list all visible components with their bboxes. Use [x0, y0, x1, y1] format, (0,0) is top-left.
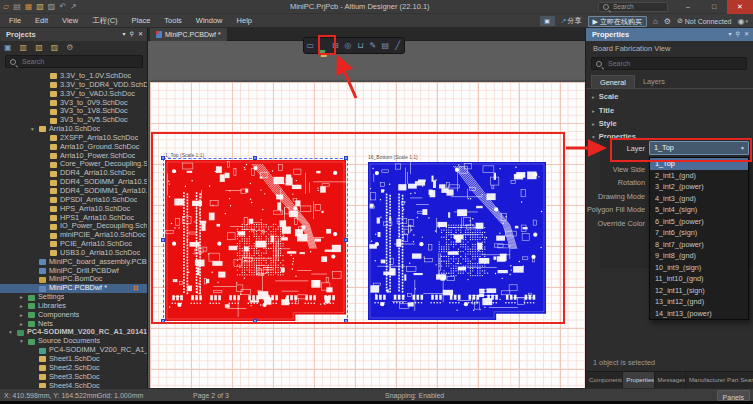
tree-item[interactable]: ▸Components [0, 311, 148, 320]
tree-item[interactable]: ▾PC4-SODIMM_V200_RC_A1_20141015 [0, 328, 148, 337]
menu-item-2[interactable]: View [55, 14, 85, 28]
tree-item[interactable]: HPS1_Arria10.SchDoc [0, 214, 148, 223]
caret-icon[interactable]: ▸ [20, 293, 28, 302]
properties-search-input[interactable] [606, 59, 726, 68]
layer-option[interactable]: 11_int10_(gnd) [650, 273, 748, 285]
layer-option[interactable]: 1_Top [650, 158, 748, 170]
layer-option[interactable]: 3_int2_(power) [650, 181, 748, 193]
selection-handle[interactable] [161, 319, 165, 323]
layer-option[interactable]: 10_int9_(sign) [650, 262, 748, 274]
caret-icon[interactable]: ▾ [9, 328, 17, 337]
drill-map-icon[interactable]: ◎ [342, 38, 353, 53]
selection-handle[interactable] [344, 319, 348, 323]
tree-item[interactable]: Core_Power_Decoupling.SchDoc [0, 160, 148, 169]
snapshot-button[interactable]: ▣ [540, 16, 555, 26]
tree-item[interactable]: ▸Nets [0, 320, 148, 329]
selection-handle[interactable] [344, 156, 348, 160]
tab-layers[interactable]: Layers [635, 75, 673, 88]
tree-item[interactable]: HPS_Arria10.SchDoc [0, 205, 148, 214]
panels-button[interactable]: Panels [717, 390, 750, 401]
section-style[interactable]: ▸Style [592, 117, 617, 130]
open-folder-icon[interactable]: ▧ [35, 41, 43, 54]
save-icon[interactable]: ▦ [25, 0, 33, 14]
layer-option[interactable]: 9_int8_(gnd) [650, 250, 748, 262]
copy-icon[interactable]: ▨ [48, 0, 56, 14]
restore-button[interactable]: □ [701, 0, 727, 14]
pin-icon[interactable]: ⚲ [130, 28, 134, 41]
layer-stack-legend-icon[interactable]: ▤ [380, 38, 391, 53]
caret-icon[interactable]: ▾ [31, 125, 39, 134]
buy-online-button[interactable]: ▶立即在线购买 [588, 16, 647, 27]
line-icon[interactable]: ╱ [392, 38, 403, 53]
selection-handle[interactable] [253, 319, 257, 323]
tree-item[interactable]: DDR4_SODIMM1_Arria10.SchDoc [0, 187, 148, 196]
minimize-button[interactable]: – [675, 0, 701, 14]
menu-item-0[interactable]: File [2, 14, 28, 28]
panel-tab-components[interactable]: Components [586, 372, 623, 388]
gear-icon[interactable]: ⚙ [664, 17, 671, 26]
layer-dropdown-field[interactable]: 1_Top ▼ [649, 141, 749, 155]
panel-tab-manufacturer-part-search[interactable]: Manufacturer Part Search [686, 372, 753, 388]
projects-search-input[interactable] [20, 57, 120, 66]
menu-item-1[interactable]: Edit [28, 14, 55, 28]
tree-item[interactable]: MiniPC_board_assembly.PCBDwf [0, 258, 148, 267]
tree-item[interactable]: miniPCIE_Arria10.SchDoc [0, 231, 148, 240]
panel-tab-properties[interactable]: Properties [623, 372, 654, 388]
tree-item[interactable]: PCIE_Arria10.SchDoc [0, 240, 148, 249]
section-title[interactable]: ▸Title [592, 104, 614, 117]
tree-item[interactable]: 3.3V_to_DDR4_VDD.SchDoc [0, 81, 148, 90]
document-tab-active[interactable]: MiniPC.PCBDwf * [150, 28, 227, 41]
tree-item[interactable]: Arria10_Power.SchDoc [0, 152, 148, 161]
close-button[interactable]: ✕ [727, 0, 753, 14]
properties-search-box[interactable] [591, 57, 747, 70]
board-fabrication-view-bottom[interactable] [368, 162, 546, 320]
board-assembly-view-icon[interactable]: ⊞ [330, 38, 341, 53]
layer-option[interactable]: 12_int11_(sign) [650, 285, 748, 297]
caret-icon[interactable]: ▸ [20, 320, 28, 329]
redo-icon[interactable]: ↗ [70, 0, 77, 14]
tree-item[interactable]: MiniPC.PCBDwf * [0, 284, 148, 293]
chevron-down-icon[interactable]: ▾ [123, 28, 126, 41]
caret-icon[interactable]: ▸ [20, 302, 28, 311]
selection-handle[interactable] [253, 156, 257, 160]
tree-item[interactable]: 3.3V_to_VADJ.SchDoc [0, 90, 148, 99]
tree-item[interactable]: 3V3_to_1V8.SchDoc [0, 107, 148, 116]
tree-item[interactable]: 3.3V_to_1.0V.SchDoc [0, 72, 148, 81]
tree-item[interactable]: ▸Libraries [0, 302, 148, 311]
new-document-icon[interactable]: ▱ [3, 0, 9, 14]
menu-item-7[interactable]: Help [230, 14, 259, 28]
selection-handle[interactable] [161, 238, 165, 242]
menu-item-4[interactable]: Place [125, 14, 158, 28]
open-document-icon[interactable]: ▤ [13, 0, 21, 14]
tree-item[interactable]: DDR4_SODIMM_Arria10.SchDoc [0, 178, 148, 187]
open-project-icon[interactable]: ▧ [36, 0, 44, 14]
menu-item-5[interactable]: Tools [157, 14, 189, 28]
callout-icon[interactable]: ✎ [367, 38, 378, 53]
share-button[interactable]: ↗分享 [561, 16, 582, 26]
selection-handle[interactable] [161, 156, 165, 160]
undo-icon[interactable]: ↶ [59, 0, 66, 14]
account-button[interactable]: ◉▾ [738, 17, 749, 26]
layer-option[interactable]: 6_int5_(power) [650, 216, 748, 228]
tree-item[interactable]: ▾Arria10.SchDoc [0, 125, 148, 134]
connection-status[interactable]: ⊘Not Connected [677, 17, 732, 25]
close-icon[interactable]: ✕ [138, 28, 143, 41]
selection-box[interactable] [163, 158, 348, 323]
caret-icon[interactable]: ▸ [20, 311, 28, 320]
tree-item[interactable]: ▸Settings [0, 293, 148, 302]
tree-item[interactable]: MiniPC_Drill.PCBDwf [0, 267, 148, 276]
layer-option[interactable]: 2_int1_(gnd) [650, 170, 748, 182]
projects-search-box[interactable] [5, 55, 143, 68]
board-isometric-view-icon[interactable]: ⊔ [355, 38, 366, 53]
home-icon[interactable]: ⌂ [653, 17, 658, 26]
layer-option[interactable]: 13_int12_(gnd) [650, 296, 748, 308]
save-all-icon[interactable]: ▣ [4, 41, 12, 54]
tree-item[interactable]: ▾Source Documents [0, 337, 148, 346]
tree-item[interactable]: MiniPC.BomDoc [0, 275, 148, 284]
tree-item[interactable]: 2XSFP_Arria10.SchDoc [0, 134, 148, 143]
close-icon[interactable]: ✕ [744, 28, 749, 41]
panel-tab-messages[interactable]: Messages [655, 372, 686, 388]
tree-item[interactable]: Sheet3.SchDoc [0, 373, 148, 382]
tree-item[interactable]: DPSDI_Arria10.SchDoc [0, 196, 148, 205]
selection-handle[interactable] [344, 238, 348, 242]
